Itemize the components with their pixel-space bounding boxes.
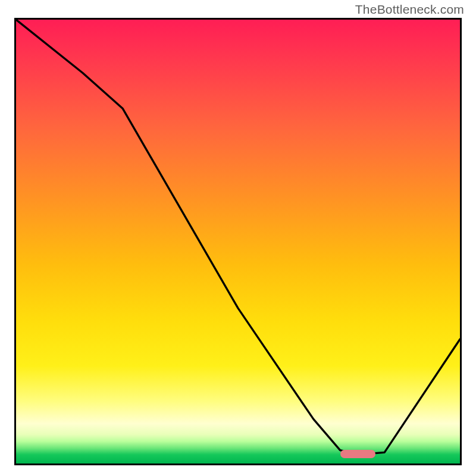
- watermark-text: TheBottleneck.com: [355, 2, 464, 17]
- curve-path: [16, 20, 460, 455]
- chart-frame: [14, 18, 462, 465]
- optimal-range-marker: [340, 450, 376, 458]
- chart-curve: [16, 20, 460, 464]
